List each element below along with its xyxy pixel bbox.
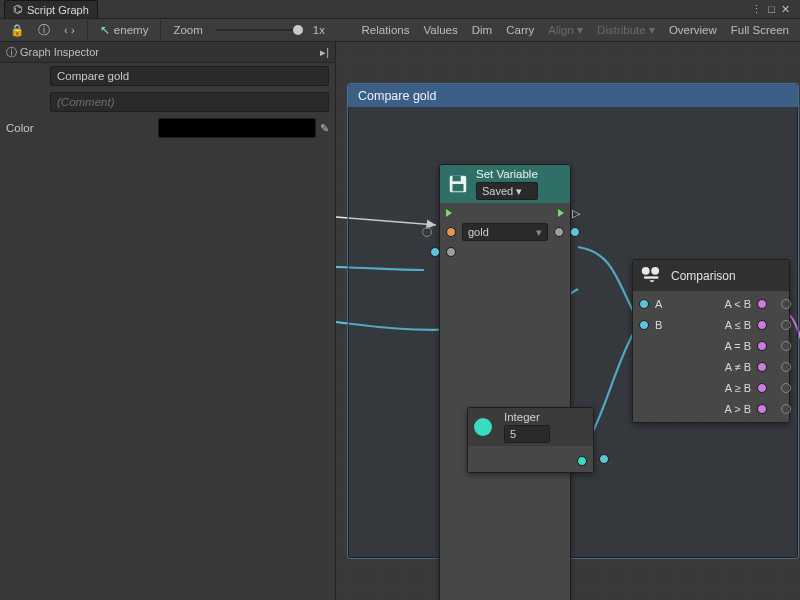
window-maximize-button[interactable]: □ (768, 3, 775, 16)
comparison-eq-ext[interactable] (781, 341, 791, 351)
comparison-b-port[interactable] (639, 320, 649, 330)
window-close-button[interactable]: ✕ (781, 3, 790, 16)
comparison-lt-port[interactable] (757, 299, 767, 309)
comparison-gt-label: A > B (724, 403, 751, 415)
comparison-neq-label: A ≠ B (725, 361, 751, 373)
graph-icon: ⌬ (13, 3, 23, 16)
window-tab-title: Script Graph (27, 4, 89, 16)
svg-rect-6 (644, 276, 658, 278)
flow-out-port[interactable] (558, 209, 564, 217)
eyedropper-button[interactable]: ✎ (320, 122, 329, 135)
chevron-down-icon: ▾ (536, 224, 542, 240)
menu-carry[interactable]: Carry (499, 20, 541, 40)
variable-name-dropdown[interactable]: gold ▾ (462, 223, 548, 241)
zoom-value: 1x (307, 23, 331, 37)
group-comment-input[interactable]: (Comment) (50, 92, 329, 112)
node-set-variable-title: Set Variable (476, 168, 538, 180)
comparison-a-label: A (655, 298, 662, 310)
menu-distribute[interactable]: Distribute ▾ (590, 19, 662, 41)
zoom-slider-thumb[interactable] (293, 25, 303, 35)
node-integer[interactable]: Integer 5 (467, 407, 594, 473)
value-in-port-outer[interactable] (430, 247, 440, 257)
breadcrumb-button[interactable]: ‹ › (58, 23, 81, 37)
menu-relations[interactable]: Relations (354, 20, 416, 40)
menu-full-screen[interactable]: Full Screen (724, 20, 796, 40)
obj-in-port[interactable] (422, 227, 432, 237)
comparison-lte-ext[interactable] (781, 320, 791, 330)
menu-overview[interactable]: Overview (662, 20, 724, 40)
comparison-lt-ext[interactable] (781, 299, 791, 309)
object-reference[interactable]: ↖ enemy (94, 22, 155, 38)
svg-rect-2 (453, 176, 461, 182)
node-comparison[interactable]: Comparison A A < B B A ≤ B A = B A ≠ B A… (632, 259, 790, 423)
info-icon: ⓘ (38, 23, 50, 38)
comparison-lte-port[interactable] (757, 320, 767, 330)
comparison-lt-label: A < B (724, 298, 751, 310)
inspector-info-icon: ⓘ (6, 46, 20, 58)
name-in-port[interactable] (446, 227, 456, 237)
comparison-eq-port[interactable] (757, 341, 767, 351)
value-in-port[interactable] (446, 247, 456, 257)
comparison-gte-port[interactable] (757, 383, 767, 393)
comparison-gte-label: A ≥ B (725, 382, 751, 394)
breadcrumb-icon: ‹ › (64, 24, 75, 36)
integer-out-port-outer[interactable] (599, 454, 609, 464)
menu-align[interactable]: Align ▾ (541, 19, 590, 41)
group-title-value: Compare gold (57, 67, 129, 85)
node-comparison-title: Comparison (671, 269, 736, 283)
comparison-icon (641, 266, 663, 285)
comparison-b-label: B (655, 319, 662, 331)
value-out-port[interactable] (570, 227, 580, 237)
color-swatch[interactable] (158, 118, 316, 138)
comparison-lte-label: A ≤ B (725, 319, 751, 331)
node-integer-title: Integer (504, 411, 550, 423)
enemy-icon: ↖ (100, 23, 110, 37)
svg-point-5 (651, 267, 659, 275)
window-tab[interactable]: ⌬ Script Graph (4, 0, 98, 18)
comparison-neq-port[interactable] (757, 362, 767, 372)
menu-values[interactable]: Values (416, 20, 464, 40)
comparison-gt-ext[interactable] (781, 404, 791, 414)
graph-canvas[interactable]: Compare gold Set Variable Saved ▾ ▷ (336, 42, 800, 600)
window-menu-button[interactable]: ⋮ (751, 3, 762, 16)
node-group-title[interactable]: Compare gold (348, 84, 798, 107)
svg-point-4 (642, 267, 650, 275)
menu-dim[interactable]: Dim (465, 20, 499, 40)
flow-out-trigger-icon: ▷ (572, 207, 580, 220)
comparison-a-port[interactable] (639, 299, 649, 309)
graph-inspector-panel: ⓘ Graph Inspector ▸| Compare gold (Comme… (0, 42, 336, 600)
zoom-label: Zoom (167, 23, 208, 37)
node-set-variable[interactable]: Set Variable Saved ▾ ▷ gold ▾ (439, 164, 571, 600)
comparison-neq-ext[interactable] (781, 362, 791, 372)
info-button[interactable]: ⓘ (32, 22, 56, 39)
integer-value-input[interactable]: 5 (504, 425, 550, 443)
svg-rect-3 (453, 184, 464, 191)
lock-icon: 🔒 (10, 23, 24, 37)
integer-type-icon (474, 418, 492, 436)
inspector-collapse-button[interactable]: ▸| (320, 46, 329, 59)
inspector-header-title: Graph Inspector (20, 46, 99, 58)
group-title-input[interactable]: Compare gold (50, 66, 329, 86)
lock-button[interactable]: 🔒 (4, 22, 30, 38)
zoom-slider[interactable] (215, 29, 301, 31)
value-out-port-dummy[interactable] (554, 227, 564, 237)
variable-name-value: gold (468, 224, 489, 240)
comparison-eq-label: A = B (724, 340, 751, 352)
color-label: Color (6, 122, 50, 134)
comparison-gt-port[interactable] (757, 404, 767, 414)
save-icon (446, 172, 470, 196)
comparison-gte-ext[interactable] (781, 383, 791, 393)
object-reference-label: enemy (114, 24, 149, 36)
flow-in-port[interactable] (446, 209, 452, 217)
integer-out-port[interactable] (577, 456, 587, 466)
variable-scope-dropdown[interactable]: Saved ▾ (476, 182, 538, 200)
